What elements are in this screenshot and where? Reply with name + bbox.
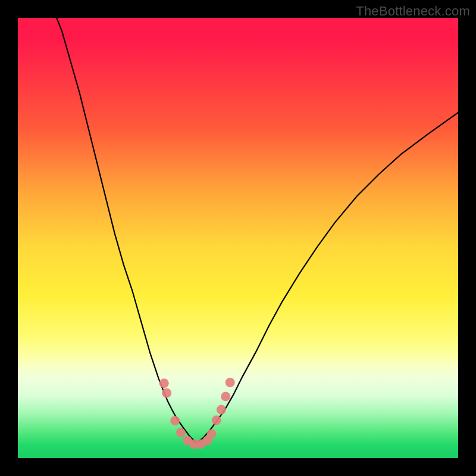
chart-marker [207,429,217,439]
chart-marker [176,428,186,437]
plot-area [18,18,458,458]
chart-marker [159,378,169,388]
chart-svg [18,18,458,458]
chart-marker [212,415,221,425]
chart-marker [162,388,171,397]
watermark-label: TheBottleneck.com [356,4,470,19]
chart-marker [170,416,180,425]
chart-marker [226,378,235,387]
chart-series-right [196,112,458,443]
chart-frame: TheBottleneck.com [0,0,476,476]
chart-series-left [53,9,196,443]
chart-marker [217,405,226,415]
chart-markers [159,378,235,449]
chart-marker [221,392,230,401]
